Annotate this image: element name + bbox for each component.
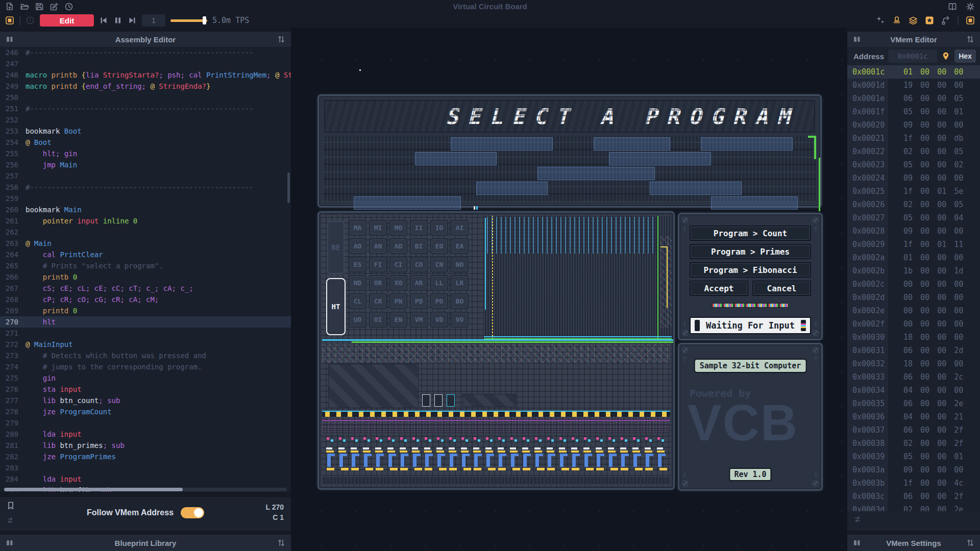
vmem-row-0x00036[interactable]: 0x0003604 00 00 21 <box>847 410 980 423</box>
settings-gear-icon[interactable] <box>966 2 975 11</box>
component-cell-bi[interactable]: BI <box>410 238 428 254</box>
sparkles-icon[interactable] <box>876 16 885 25</box>
component-cell-vm[interactable]: VM <box>410 312 428 328</box>
code-line-278[interactable]: 278 jze ProgramCount <box>0 406 291 417</box>
code-line-262[interactable]: 262 <box>0 227 291 238</box>
vmem-row-0x00039[interactable]: 0x0003905 00 00 01 <box>847 450 980 463</box>
component-cell-ea[interactable]: EA <box>451 238 469 254</box>
component-cell-mi[interactable]: MI <box>369 220 387 236</box>
component-cell-ll[interactable]: LL <box>430 275 448 291</box>
ram-segment[interactable] <box>701 137 793 151</box>
vmem-row-0x00037[interactable]: 0x0003706 00 00 2f <box>847 423 980 437</box>
component-cell-eo[interactable]: EO <box>430 238 448 254</box>
code-line-272[interactable]: 272@ MainInput <box>0 339 291 350</box>
vmem-row-0x00023[interactable]: 0x0002305 00 00 02 <box>847 158 980 171</box>
ram-banks[interactable] <box>323 136 816 202</box>
panel-resize-icon[interactable] <box>277 538 286 547</box>
vmem-row-0x00025[interactable]: 0x000251f 00 01 5e <box>847 185 980 198</box>
ram-segment[interactable] <box>451 137 553 151</box>
component-cell-co[interactable]: CO <box>410 257 428 272</box>
vmem-row-0x00024[interactable]: 0x0002409 00 00 00 <box>847 171 980 185</box>
program-button-2[interactable]: Program > Fibonacci <box>690 262 811 278</box>
ram-segment[interactable] <box>354 196 461 210</box>
display-panel[interactable]: SELECT A PROGRAM <box>317 94 822 208</box>
vmem-row-0x0002f[interactable]: 0x0002f00 00 00 00 <box>847 317 980 331</box>
code-line-280[interactable]: 280 lda input <box>0 429 291 440</box>
vmem-row-0x0003a[interactable]: 0x0003a09 00 00 00 <box>847 463 980 477</box>
panel-resize-icon[interactable] <box>277 35 286 44</box>
vmem-row-0x00028[interactable]: 0x0002809 00 00 00 <box>847 224 980 238</box>
vmem-row-0x00027[interactable]: 0x0002705 00 00 04 <box>847 211 980 224</box>
component-cell-or[interactable]: OR <box>369 275 387 291</box>
vmem-row-0x0002c[interactable]: 0x0002c00 00 00 00 <box>847 278 980 291</box>
code-line-255[interactable]: 255 hlt; gin <box>0 148 291 159</box>
halt-block-active[interactable]: HT <box>326 278 346 335</box>
code-line-252[interactable]: 252 <box>0 114 291 126</box>
vmem-row-0x00034[interactable]: 0x0003404 00 00 00 <box>847 384 980 397</box>
ram-segment[interactable] <box>650 182 742 195</box>
panel-dock-icon[interactable] <box>5 538 14 547</box>
code-line-250[interactable]: 250 <box>0 92 291 103</box>
panel-dock-icon[interactable] <box>852 35 862 44</box>
code-line-257[interactable]: 257 <box>0 170 291 182</box>
vmem-row-0x00032[interactable]: 0x0003218 00 00 00 <box>847 357 980 370</box>
code-line-279[interactable]: 279 <box>0 417 291 429</box>
main-board[interactable]: RE HT MAMIMOIIIOAIAOANADBIEOEAESFICICOCN… <box>317 211 675 490</box>
control-panel[interactable]: ↑ ↑ ↓ ↓ Program > CountProgram > PrimesP… <box>678 213 823 340</box>
favorites-star-icon[interactable] <box>925 16 934 25</box>
vmem-row-0x00031[interactable]: 0x0003106 00 00 2d <box>847 344 980 357</box>
lower-board-area[interactable] <box>322 344 670 484</box>
component-cell-ci[interactable]: CI <box>389 257 407 272</box>
step-forward-icon[interactable] <box>128 16 137 25</box>
vmem-row-0x00020[interactable]: 0x0002009 00 00 00 <box>847 118 980 132</box>
code-line-260[interactable]: 260bookmark Main <box>0 204 291 215</box>
code-line-277[interactable]: 277 lib btn_count; sub <box>0 395 291 406</box>
pause-icon[interactable] <box>113 16 122 25</box>
code-line-265[interactable]: 265 # Prints "select a program". <box>0 260 291 271</box>
code-line-248[interactable]: 248macro printb {lia StringStarta?; psh;… <box>0 69 291 81</box>
assembly-vertical-scrollbar[interactable] <box>287 172 290 203</box>
component-cell-cr[interactable]: CR <box>369 293 387 309</box>
ram-segment[interactable] <box>711 196 798 210</box>
vmem-row-0x0002d[interactable]: 0x0002d00 00 00 00 <box>847 291 980 304</box>
cancel-button[interactable]: Cancel <box>752 281 811 296</box>
program-button-1[interactable]: Program > Primes <box>690 244 811 259</box>
accept-button[interactable]: Accept <box>690 281 748 296</box>
hex-mode-button[interactable]: Hex <box>954 49 976 63</box>
code-line-264[interactable]: 264 cal PrintClear <box>0 249 291 260</box>
vmem-row-0x00026[interactable]: 0x0002602 00 00 05 <box>847 198 980 211</box>
panel-resize-icon[interactable] <box>966 538 975 547</box>
component-cell-an[interactable]: AN <box>369 238 387 254</box>
component-cell-nd[interactable]: ND <box>349 275 366 291</box>
component-cell-ao[interactable]: AO <box>349 238 366 254</box>
follow-vmem-toggle[interactable] <box>181 507 204 518</box>
swap-arrows-icon[interactable] <box>853 515 862 523</box>
code-line-283[interactable]: 283 <box>0 462 291 473</box>
vmem-row-0x0003c[interactable]: 0x0003c06 00 00 2f <box>847 490 980 503</box>
component-cell-no[interactable]: NO <box>451 257 469 272</box>
code-line-271[interactable]: 271 <box>0 328 291 339</box>
code-line-251[interactable]: 251#------------------------------------… <box>0 103 291 114</box>
memory-matrix[interactable] <box>484 216 672 339</box>
code-line-267[interactable]: 267 cS; cE; cL; cE; cC; cT; c_; cA; c_; <box>0 283 291 294</box>
component-cell-lr[interactable]: LR <box>451 275 469 291</box>
vmem-row-0x0001d[interactable]: 0x0001d19 00 00 00 <box>847 79 980 92</box>
vmem-rows[interactable]: 0x0001c01 00 00 000x0001d19 00 00 000x00… <box>847 65 980 511</box>
ram-segment[interactable] <box>415 152 497 165</box>
route-icon[interactable] <box>941 16 950 25</box>
component-cell-bo[interactable]: BO <box>451 293 469 309</box>
code-line-268[interactable]: 268 cP; cR; cO; cG; cR; cA; cM; <box>0 294 291 305</box>
vmem-row-0x00029[interactable]: 0x000291f 00 01 11 <box>847 238 980 251</box>
component-cell-cn[interactable]: CN <box>430 257 448 272</box>
component-cell-xo[interactable]: XO <box>389 275 407 291</box>
code-line-263[interactable]: 263@ Main <box>0 238 291 249</box>
panel-dock-icon[interactable] <box>852 538 862 547</box>
vmem-row-0x00021[interactable]: 0x000211f 00 00 db <box>847 132 980 145</box>
component-cell-pd[interactable]: PD <box>410 293 428 309</box>
component-cell-pn[interactable]: PN <box>389 293 407 309</box>
component-cell-oi[interactable]: OI <box>369 312 387 328</box>
vmem-row-0x00038[interactable]: 0x0003802 00 00 2f <box>847 437 980 450</box>
address-input[interactable]: 0x0001c <box>888 49 937 63</box>
tps-slider-handle[interactable] <box>203 16 206 24</box>
component-cell-fi[interactable]: FI <box>369 257 387 272</box>
